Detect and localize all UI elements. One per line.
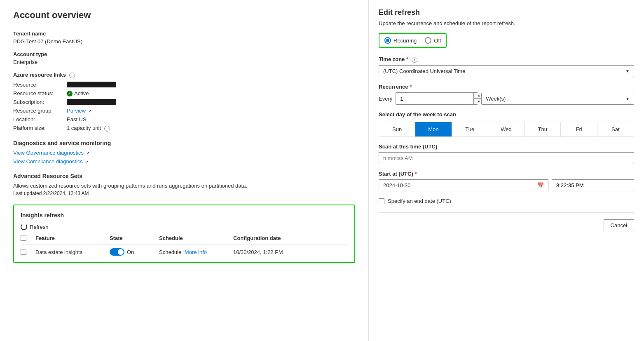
- col-state-header: State: [110, 235, 159, 241]
- toggle-knob: [118, 249, 124, 255]
- active-dot-icon: ✓: [67, 91, 73, 96]
- cancel-button[interactable]: Cancel: [604, 219, 634, 231]
- platform-value: 1 capacity unit i: [67, 125, 110, 132]
- start-required: *: [415, 171, 417, 177]
- account-type-value: Enterprise: [13, 59, 355, 65]
- left-panel: Account overview Tenant name PDG Test 07…: [0, 0, 369, 341]
- resource-status-value: ✓ Active: [67, 90, 89, 96]
- off-label: Off: [434, 38, 441, 44]
- insights-table-header: Feature State Schedule Configuration dat…: [21, 235, 348, 245]
- timezone-dropdown[interactable]: (UTC) Coordinated Universal Time ▼: [379, 65, 634, 77]
- advanced-resource-title: Advanced Resource Sets: [13, 173, 355, 179]
- every-label: Every: [379, 96, 392, 102]
- bottom-buttons: Cancel: [379, 212, 634, 231]
- tenant-label: Tenant name: [13, 31, 355, 37]
- day-sun[interactable]: Sun: [379, 122, 415, 136]
- timezone-label: Time zone * i: [379, 56, 634, 63]
- day-wed[interactable]: Wed: [488, 122, 525, 136]
- edit-refresh-panel: Edit refresh Update the recurrence and s…: [369, 0, 644, 341]
- location-row: Location: East US: [13, 116, 355, 122]
- table-row: Data estate insights On Schedule More in…: [21, 248, 348, 256]
- start-row: 2024-10-30 📅: [379, 179, 634, 191]
- row-config-date: 10/30/2024, 1:22 PM: [233, 249, 348, 255]
- timezone-value: (UTC) Coordinated Universal Time: [383, 68, 465, 74]
- resource-row: Resource:: [13, 82, 355, 88]
- day-select-label: Select day of the week to scan: [379, 111, 634, 118]
- end-date-row: Specify an end date (UTC): [379, 198, 634, 204]
- resource-status-row: Resource status: ✓ Active: [13, 90, 355, 96]
- start-at-label: Start at (UTC) *: [379, 171, 634, 177]
- refresh-button[interactable]: Refresh: [30, 224, 49, 230]
- day-thu[interactable]: Thu: [525, 122, 561, 136]
- tenant-value: PDG Test 07 (Demo EastUS): [13, 38, 355, 45]
- recurrence-radio-group: Recurring Off: [379, 33, 447, 48]
- header-checkbox[interactable]: [21, 235, 26, 241]
- recurrence-label: Recurrence *: [379, 84, 634, 90]
- row-feature: Data estate insights: [35, 249, 110, 255]
- end-date-label: Specify an end date (UTC): [388, 198, 451, 204]
- col-schedule-header: Schedule: [159, 235, 233, 241]
- col-config-header: Configuration date: [233, 235, 348, 241]
- recurring-label: Recurring: [393, 38, 417, 44]
- resource-group-value: Purview ↗: [67, 108, 91, 114]
- start-date-input[interactable]: 2024-10-30 📅: [379, 179, 548, 191]
- row-checkbox[interactable]: [21, 249, 26, 255]
- recurrence-required: *: [410, 84, 412, 90]
- compliance-external-icon: ↗: [85, 160, 88, 164]
- compliance-diagnostics-link[interactable]: View Compliance diagnostics: [13, 158, 83, 165]
- every-number-input[interactable]: ▲ ▼: [396, 92, 478, 105]
- unit-dropdown-arrow: ▼: [625, 96, 630, 101]
- platform-info-icon[interactable]: i: [104, 126, 110, 132]
- timezone-required: *: [406, 56, 408, 62]
- calendar-icon[interactable]: 📅: [537, 182, 544, 188]
- account-type-label: Account type: [13, 51, 355, 57]
- every-value-field[interactable]: [396, 93, 473, 104]
- more-info-link[interactable]: More info: [185, 249, 207, 255]
- state-toggle[interactable]: [110, 248, 124, 256]
- recurrence-row: Every ▲ ▼ Week(s) ▼: [379, 92, 634, 105]
- external-link-icon: ↗: [88, 109, 91, 113]
- governance-diagnostics-link[interactable]: View Governance diagnostics: [13, 150, 84, 156]
- col-feature-header: Feature: [35, 235, 110, 241]
- unit-value: Week(s): [486, 96, 506, 102]
- azure-links-label: Azure resource links i: [13, 72, 355, 78]
- day-mon[interactable]: Mon: [415, 122, 452, 136]
- day-sat[interactable]: Sat: [597, 122, 634, 136]
- azure-info-icon[interactable]: i: [69, 73, 75, 78]
- governance-external-icon: ↗: [86, 151, 89, 155]
- advanced-resource-updated: Last updated 2/22/2024, 12:43 AM: [13, 190, 355, 196]
- scan-time-label: Scan at this time (UTC): [379, 143, 634, 150]
- row-schedule: Schedule More info: [159, 249, 233, 255]
- off-option[interactable]: Off: [425, 37, 441, 44]
- start-date-value: 2024-10-30: [383, 182, 411, 188]
- unit-dropdown[interactable]: Week(s) ▼: [481, 93, 634, 105]
- timezone-dropdown-arrow: ▼: [625, 69, 630, 73]
- resource-value: [67, 82, 116, 87]
- subscription-value: [67, 99, 116, 105]
- recurring-option[interactable]: Recurring: [384, 37, 417, 44]
- edit-refresh-title: Edit refresh: [379, 8, 634, 17]
- insights-refresh-title: Insights refresh: [21, 212, 348, 219]
- recurring-radio[interactable]: [384, 37, 391, 44]
- purview-link[interactable]: Purview: [67, 108, 86, 114]
- subscription-row: Subscription:: [13, 99, 355, 105]
- start-time-input[interactable]: [552, 179, 634, 191]
- refresh-icon: [21, 223, 27, 230]
- timezone-info-icon[interactable]: i: [412, 57, 417, 63]
- location-value: East US: [67, 116, 87, 122]
- page-title: Account overview: [13, 10, 355, 21]
- end-date-checkbox[interactable]: [379, 198, 384, 204]
- row-state: On: [110, 248, 159, 256]
- off-radio[interactable]: [425, 37, 431, 44]
- resource-group-row: Resource group: Purview ↗: [13, 108, 355, 114]
- days-grid: Sun Mon Tue Wed Thu Fri Sat: [379, 122, 634, 137]
- insights-refresh-box: Insights refresh Refresh Feature State S…: [13, 205, 355, 263]
- platform-row: Platform size: 1 capacity unit i: [13, 125, 355, 132]
- day-fri[interactable]: Fri: [561, 122, 597, 136]
- scan-time-input[interactable]: [379, 152, 634, 164]
- edit-refresh-desc: Update the recurrence and schedule of th…: [379, 20, 634, 26]
- advanced-resource-desc: Allows customized resource sets with gro…: [13, 183, 355, 189]
- diagnostics-title: Diagnostics and service monitoring: [13, 140, 355, 146]
- refresh-button-row: Refresh: [21, 223, 348, 230]
- day-tue[interactable]: Tue: [452, 122, 488, 136]
